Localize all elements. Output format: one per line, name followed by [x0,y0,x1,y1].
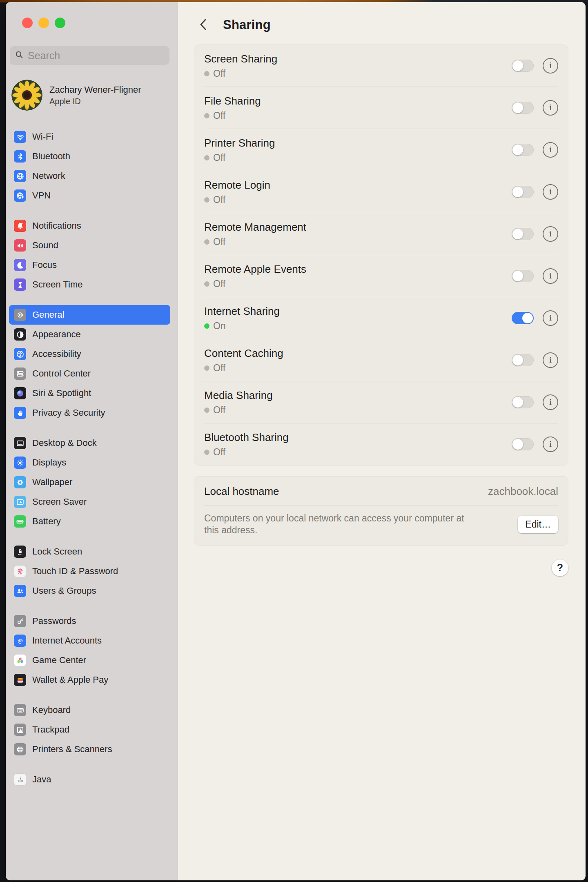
info-button[interactable]: i [543,100,558,116]
search-input[interactable] [27,49,165,62]
status-label: Off [213,194,225,205]
zoom-window-button[interactable] [55,18,65,28]
info-button[interactable]: i [543,437,558,452]
service-toggle-switch[interactable] [512,60,534,72]
service-status: Off [204,236,512,247]
sidebar-item-notifications[interactable]: Notifications [9,216,170,236]
service-row-bluetooth-sharing: Bluetooth Sharing Off i [204,423,558,465]
service-toggle-switch[interactable] [512,396,534,408]
status-label: Off [213,110,225,121]
sidebar-item-label: Lock Screen [32,546,82,557]
sidebar-item-siri-and-spotlight[interactable]: Siri & Spotlight [9,383,170,403]
info-button[interactable]: i [543,184,558,200]
displays-icon [14,457,26,469]
svg-text:@: @ [18,637,23,644]
service-toggle-switch[interactable] [512,186,534,198]
sidebar-item-screen-saver[interactable]: Screen Saver [9,492,170,512]
sidebar-item-label: Privacy & Security [32,408,105,418]
info-button[interactable]: i [543,58,558,74]
sidebar-item-java[interactable]: Java [9,770,170,789]
keyboard-icon [14,704,26,716]
info-button[interactable]: i [543,394,558,410]
service-row-media-sharing: Media Sharing Off i [204,381,558,423]
sidebar-item-label: Passwords [32,616,76,626]
service-toggle-switch[interactable] [512,354,534,366]
sidebar-item-wallet-and-apple-pay[interactable]: Wallet & Apple Pay [9,670,170,690]
screen-saver-icon [14,496,26,508]
info-icon: i [549,229,552,238]
service-status: Off [204,447,512,457]
sidebar-item-network[interactable]: Network [9,166,170,186]
sidebar-item-game-center[interactable]: Game Center [9,650,170,670]
page-title: Sharing [223,18,271,32]
sidebar-item-passwords[interactable]: Passwords [9,611,170,631]
pane-header: Sharing [194,16,568,34]
printers-icon [14,743,26,755]
sidebar-item-internet-accounts[interactable]: @ Internet Accounts [9,631,170,650]
service-name: Screen Sharing [204,53,512,65]
service-row-remote-login: Remote Login Off i [204,171,558,213]
sidebar-item-label: Network [32,171,65,181]
status-label: Off [213,68,225,79]
toggle-knob [512,397,523,408]
sidebar-item-printers-and-scanners[interactable]: Printers & Scanners [9,739,170,759]
service-toggle-switch[interactable] [512,144,534,156]
sidebar-item-label: Game Center [32,655,86,666]
sidebar-item-wi-fi[interactable]: Wi-Fi [9,127,170,147]
sidebar-item-wallpaper[interactable]: Wallpaper [9,472,170,492]
sidebar-item-users-and-groups[interactable]: Users & Groups [9,581,170,601]
battery-icon [14,515,26,528]
info-button[interactable]: i [543,310,558,326]
service-text: Screen Sharing Off [204,53,512,79]
service-name: Remote Apple Events [204,263,512,275]
edit-hostname-button[interactable]: Edit… [518,516,558,533]
privacy-icon [14,407,26,419]
service-toggle-switch[interactable] [512,438,534,450]
search-icon [15,50,24,61]
help-button[interactable]: ? [552,559,568,576]
sidebar-item-bluetooth[interactable]: Bluetooth [9,147,170,166]
minimize-window-button[interactable] [38,18,49,28]
back-button[interactable] [198,18,208,32]
sidebar-item-general[interactable]: General [9,305,170,325]
service-toggle-switch[interactable] [512,102,534,114]
sidebar-item-lock-screen[interactable]: Lock Screen [9,542,170,561]
toggle-knob [522,313,533,323]
close-window-button[interactable] [22,18,33,28]
search-field[interactable] [10,46,169,65]
sidebar-item-label: Appearance [32,329,81,340]
service-toggle-switch[interactable] [512,228,534,240]
control-center-icon [14,368,26,380]
service-text: Remote Management Off [204,221,512,247]
info-button[interactable]: i [543,268,558,284]
appearance-icon [14,328,26,341]
sidebar-item-accessibility[interactable]: Accessibility [9,344,170,364]
sidebar-item-privacy-and-security[interactable]: Privacy & Security [9,403,170,423]
sidebar-item-appearance[interactable]: Appearance [9,325,170,344]
info-button[interactable]: i [543,142,558,158]
info-icon: i [549,103,552,112]
sidebar-item-control-center[interactable]: Control Center [9,364,170,383]
sidebar-item-trackpad[interactable]: Trackpad [9,720,170,739]
info-icon: i [549,313,552,322]
service-toggle-switch[interactable] [512,270,534,282]
sidebar-item-label: Wallpaper [32,477,72,488]
sidebar-item-sound[interactable]: Sound [9,236,170,255]
sidebar-item-keyboard[interactable]: Keyboard [9,700,170,720]
game-center-icon [14,654,26,666]
sidebar-item-touch-id-and-password[interactable]: Touch ID & Password [9,561,170,581]
status-label: On [213,321,226,332]
service-row-content-caching: Content Caching Off i [204,339,558,381]
apple-id-profile[interactable]: Zachary Wener-Fligner Apple ID [11,80,171,111]
info-button[interactable]: i [543,226,558,242]
sidebar-item-vpn[interactable]: VPN [9,186,170,205]
sidebar-item-battery[interactable]: Battery [9,512,170,531]
toggle-knob [512,439,523,450]
sidebar-item-focus[interactable]: Focus [9,255,170,275]
java-icon [14,773,26,786]
sidebar-item-desktop-and-dock[interactable]: Desktop & Dock [9,433,170,453]
sidebar-item-screen-time[interactable]: Screen Time [9,275,170,294]
info-button[interactable]: i [543,352,558,368]
service-toggle-switch[interactable] [512,312,534,324]
sidebar-item-displays[interactable]: Displays [9,453,170,472]
